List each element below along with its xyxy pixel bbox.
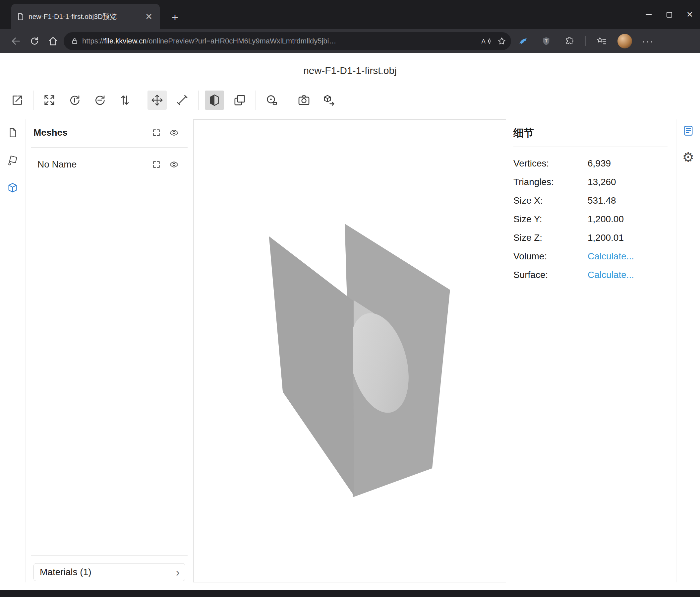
fit-mesh-icon[interactable] bbox=[152, 160, 161, 169]
screenshot-button[interactable] bbox=[294, 91, 314, 110]
address-bar[interactable]: https://file.kkview.cn/onlinePreview?url… bbox=[64, 32, 511, 50]
fit-view-button[interactable] bbox=[40, 91, 59, 110]
meshes-divider bbox=[31, 147, 188, 148]
detail-label: Vertices: bbox=[514, 158, 588, 169]
materials-divider bbox=[31, 555, 188, 555]
toolbar-separator bbox=[198, 91, 199, 110]
details-panel: 细节 Vertices: 6,939 Triangles: 13,260 Siz… bbox=[514, 119, 668, 284]
back-button[interactable] bbox=[8, 33, 24, 49]
detail-value: 531.48 bbox=[588, 195, 616, 206]
detail-row-surface: Surface: Calculate... bbox=[514, 266, 668, 284]
calculate-surface-link[interactable]: Calculate... bbox=[588, 270, 634, 280]
mesh-list-item[interactable]: No Name bbox=[26, 154, 188, 175]
page-file-icon bbox=[17, 13, 25, 21]
chevron-right-icon: › bbox=[176, 567, 180, 578]
extension-shield-icon[interactable]: T bbox=[539, 34, 553, 48]
materials-button[interactable]: Materials (1) › bbox=[33, 563, 185, 581]
rotate-y-button[interactable] bbox=[90, 91, 109, 110]
extension-bird-icon[interactable] bbox=[516, 34, 530, 48]
detail-value: 1,200.01 bbox=[588, 233, 624, 243]
new-tab-button[interactable]: + bbox=[168, 10, 182, 25]
minimize-icon bbox=[646, 14, 652, 15]
detail-label: Size X: bbox=[514, 195, 588, 206]
detail-row-size-y: Size Y: 1,200.00 bbox=[514, 210, 668, 229]
page-title: new-F1-D1-1-first.obj bbox=[0, 65, 700, 76]
toolbar-separator bbox=[255, 91, 256, 110]
browser-menu-button[interactable]: ··· bbox=[641, 34, 655, 48]
svg-text:T: T bbox=[545, 39, 548, 44]
favorite-star-icon[interactable] bbox=[497, 37, 506, 46]
viewer-toolbar bbox=[5, 88, 342, 113]
favorites-hub-icon[interactable] bbox=[594, 34, 609, 48]
toolbar-separator bbox=[288, 91, 288, 110]
calculate-volume-link[interactable]: Calculate... bbox=[588, 251, 634, 262]
browser-window: new-F1-D1-1-first.obj3D预览 ✕ + ✕ https://… bbox=[0, 0, 700, 597]
maximize-button[interactable] bbox=[659, 0, 679, 29]
export-model-button[interactable] bbox=[320, 91, 339, 110]
tab-title: new-F1-D1-1-first.obj3D预览 bbox=[28, 12, 143, 21]
detail-label: Volume: bbox=[514, 251, 588, 262]
meshes-header-label: Meshes bbox=[33, 127, 68, 138]
detail-label: Surface: bbox=[514, 270, 588, 280]
minimize-button[interactable] bbox=[639, 0, 659, 29]
svg-text:A: A bbox=[481, 38, 485, 45]
file-info-tab[interactable] bbox=[6, 126, 19, 139]
orthographic-view-button[interactable] bbox=[230, 91, 249, 110]
details-panel-toggle[interactable] bbox=[682, 124, 695, 137]
visibility-mesh-icon[interactable] bbox=[169, 160, 179, 169]
flip-vertical-button[interactable] bbox=[115, 91, 134, 110]
detail-row-triangles: Triangles: 13,260 bbox=[514, 173, 668, 191]
detail-value: 1,200.00 bbox=[588, 214, 624, 224]
extensions-puzzle-icon[interactable] bbox=[562, 34, 577, 48]
meshes-header: Meshes bbox=[26, 123, 188, 143]
maximize-icon bbox=[667, 12, 672, 18]
home-button[interactable] bbox=[45, 33, 61, 49]
detail-row-size-x: Size X: 531.48 bbox=[514, 191, 668, 210]
detail-row-vertices: Vertices: 6,939 bbox=[514, 154, 668, 173]
detail-label: Size Y: bbox=[514, 214, 588, 224]
right-icon-strip: ⚙ bbox=[676, 119, 700, 582]
left-icon-strip bbox=[0, 119, 26, 582]
measure-tape-button[interactable] bbox=[262, 91, 281, 110]
visibility-all-icon[interactable] bbox=[169, 128, 179, 138]
model-tab[interactable] bbox=[6, 181, 19, 194]
materials-tab[interactable] bbox=[6, 153, 19, 167]
url-domain: file.kkview.cn bbox=[104, 37, 147, 45]
rotate-x-button[interactable] bbox=[65, 91, 84, 110]
detail-row-size-z: Size Z: 1,200.01 bbox=[514, 229, 668, 247]
profile-avatar[interactable] bbox=[618, 34, 632, 48]
model-plane-left bbox=[269, 236, 354, 496]
open-file-button[interactable] bbox=[8, 91, 27, 110]
fit-all-icon[interactable] bbox=[152, 128, 161, 137]
lock-icon bbox=[71, 38, 78, 45]
window-bottom-edge bbox=[0, 590, 700, 597]
detail-label: Size Z: bbox=[514, 233, 588, 243]
viewer-page: new-F1-D1-1-first.obj bbox=[0, 53, 700, 590]
browser-tab[interactable]: new-F1-D1-1-first.obj3D预览 ✕ bbox=[11, 4, 160, 29]
model-render bbox=[194, 120, 506, 582]
gear-icon: ⚙ bbox=[682, 150, 694, 164]
close-button[interactable]: ✕ bbox=[679, 0, 700, 29]
materials-button-label: Materials (1) bbox=[40, 567, 92, 577]
details-divider bbox=[514, 147, 668, 147]
toolbar-separator bbox=[33, 91, 33, 110]
move-tool-button[interactable] bbox=[148, 91, 167, 110]
browser-navbar: https://file.kkview.cn/onlinePreview?url… bbox=[0, 29, 700, 53]
meshes-panel: Meshes No Name bbox=[26, 119, 188, 582]
measure-line-button[interactable] bbox=[173, 91, 192, 110]
url-text: https://file.kkview.cn/onlinePreview?url… bbox=[82, 37, 336, 45]
tab-close-button[interactable]: ✕ bbox=[143, 11, 154, 22]
model-viewport[interactable] bbox=[193, 119, 506, 582]
detail-value: 6,939 bbox=[588, 158, 611, 169]
read-aloud-icon[interactable]: A bbox=[481, 37, 492, 46]
detail-row-volume: Volume: Calculate... bbox=[514, 247, 668, 266]
url-path: /onlinePreview?url=aHR0cHM6Ly9maWxlLmtrd… bbox=[147, 37, 336, 45]
details-title: 细节 bbox=[514, 126, 668, 140]
browser-titlebar: new-F1-D1-1-first.obj3D预览 ✕ + ✕ bbox=[0, 0, 700, 29]
refresh-button[interactable] bbox=[26, 33, 43, 49]
perspective-view-button[interactable] bbox=[205, 91, 224, 110]
window-controls: ✕ bbox=[639, 0, 700, 29]
avatar-image bbox=[618, 34, 632, 48]
more-icon: ··· bbox=[642, 35, 654, 47]
settings-button[interactable]: ⚙ bbox=[682, 150, 695, 164]
